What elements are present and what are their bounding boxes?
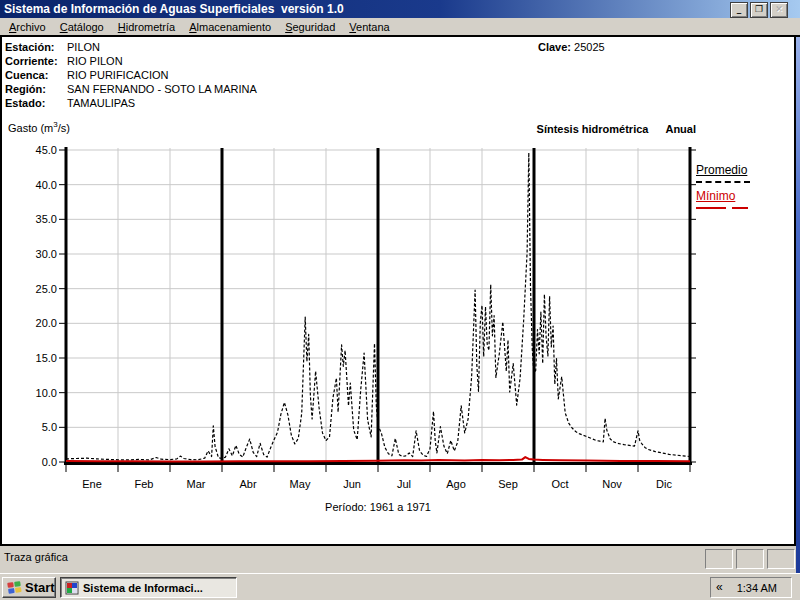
minimize-icon: _ xyxy=(737,4,742,14)
chart-title: Síntesis hidrométricaAnual xyxy=(537,123,696,135)
menu-ventana[interactable]: Ventana xyxy=(342,19,396,35)
station-label: Corriente: xyxy=(5,55,67,67)
chart-overlay: Estación:PILON Corriente:RIO PILON Cuenc… xyxy=(0,0,800,546)
close-icon: ✕ xyxy=(775,4,783,14)
menu-catalogo[interactable]: Catálogo xyxy=(53,19,111,35)
station-value: TAMAULIPAS xyxy=(67,97,135,109)
station-row: Cuenca:RIO PURIFICACION xyxy=(5,69,168,81)
station-row: Corriente:RIO PILON xyxy=(5,55,123,67)
status-pane xyxy=(736,549,764,569)
window-controls: _ ❐ ✕ xyxy=(730,2,788,18)
legend-minimo-label: Mínimo xyxy=(696,189,750,203)
station-value: SAN FERNANDO - SOTO LA MARINA xyxy=(67,83,257,95)
station-row: Región:SAN FERNANDO - SOTO LA MARINA xyxy=(5,83,257,95)
windows-logo-icon xyxy=(6,580,22,595)
restore-icon: ❐ xyxy=(755,4,763,14)
menu-almacenamiento[interactable]: Almacenamiento xyxy=(182,19,278,35)
station-value: RIO PILON xyxy=(67,55,123,67)
start-button[interactable]: Start xyxy=(2,577,56,598)
menu-hidrometria[interactable]: Hidrometría xyxy=(111,19,182,35)
station-row: Estado:TAMAULIPAS xyxy=(5,97,135,109)
menu-archivo[interactable]: Archivo xyxy=(2,19,53,35)
station-value: RIO PURIFICACION xyxy=(67,69,168,81)
restore-button[interactable]: ❐ xyxy=(750,2,768,18)
taskbar-task-button[interactable]: Sistema de Informaci... xyxy=(60,577,237,598)
close-button[interactable]: ✕ xyxy=(770,2,788,18)
clave-field: Clave: 25025 xyxy=(538,41,605,53)
app-icon xyxy=(65,581,79,595)
legend-promedio-label: Promedio xyxy=(696,163,750,177)
status-pane xyxy=(767,549,795,569)
station-label: Región: xyxy=(5,83,67,95)
period-label: Período: 1961 a 1971 xyxy=(66,501,690,513)
minimo-line-sample xyxy=(696,207,748,209)
menu-seguridad[interactable]: Seguridad xyxy=(278,19,342,35)
station-label: Cuenca: xyxy=(5,69,67,81)
station-row: Estación:PILON xyxy=(5,41,100,53)
clave-label: Clave: xyxy=(538,41,571,53)
promedio-line-sample xyxy=(696,181,750,183)
taskbar-clock[interactable]: 1:34 AM xyxy=(729,582,791,594)
station-label: Estación: xyxy=(5,41,67,53)
status-text: Traza gráfica xyxy=(4,551,68,563)
clave-value: 25025 xyxy=(574,41,605,53)
taskbar: Start Sistema de Informaci... « 1:34 AM xyxy=(0,573,800,600)
title-bar: Sistema de Información de Aguas Superfic… xyxy=(0,0,800,18)
status-panes xyxy=(705,549,795,569)
task-label: Sistema de Informaci... xyxy=(83,582,203,594)
start-label: Start xyxy=(25,580,55,595)
status-bar: Traza gráfica xyxy=(0,546,796,573)
tray-collapse-chevron[interactable]: « xyxy=(711,580,729,596)
station-label: Estado: xyxy=(5,97,67,109)
status-pane xyxy=(705,549,733,569)
minimize-button[interactable]: _ xyxy=(730,2,748,18)
chart-legend: Promedio Mínimo xyxy=(696,163,750,209)
system-tray: « 1:34 AM xyxy=(710,577,792,598)
station-value: PILON xyxy=(67,41,100,53)
menu-bar: Archivo Catálogo Hidrometría Almacenamie… xyxy=(0,18,800,37)
y-axis-title: Gasto (m3/s) xyxy=(8,120,70,134)
window-title: Sistema de Información de Aguas Superfic… xyxy=(4,2,344,16)
